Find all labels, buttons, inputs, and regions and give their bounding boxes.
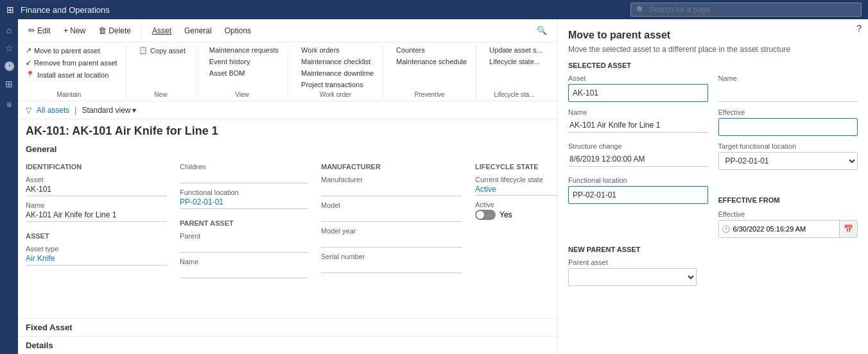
search-icon: 🔍	[636, 6, 645, 14]
search-bar[interactable]: 🔍	[630, 3, 862, 17]
top-bar: ⊞ Finance and Operations 🔍	[0, 0, 868, 19]
app-grid-icon[interactable]: ⊞	[6, 4, 14, 15]
app-title: Finance and Operations	[21, 5, 624, 15]
search-input[interactable]	[649, 5, 856, 14]
